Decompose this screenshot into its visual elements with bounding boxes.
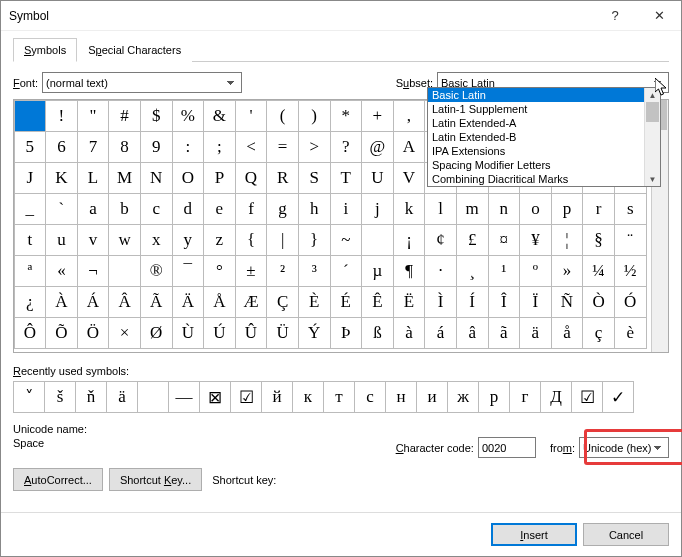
recent-symbol-cell[interactable]: ä [106, 381, 138, 413]
symbol-cell[interactable]: y [172, 224, 205, 256]
symbol-cell[interactable]: , [393, 100, 426, 132]
symbol-cell[interactable]: ¸ [456, 255, 489, 287]
symbol-cell[interactable]: K [45, 162, 78, 194]
recent-symbol-cell[interactable]: и [416, 381, 448, 413]
symbol-cell[interactable]: â [456, 317, 489, 349]
symbol-cell[interactable]: j [361, 193, 394, 225]
subset-option[interactable]: Basic Latin [428, 88, 660, 102]
symbol-cell[interactable]: ³ [298, 255, 331, 287]
symbol-cell[interactable]: Ê [361, 286, 394, 318]
symbol-cell[interactable]: Û [235, 317, 268, 349]
close-button[interactable]: ✕ [637, 1, 681, 30]
tab-special-characters[interactable]: Special Characters [77, 38, 192, 62]
recent-symbol-cell[interactable]: й [261, 381, 293, 413]
symbol-cell[interactable]: $ [140, 100, 173, 132]
symbol-cell[interactable]: d [172, 193, 205, 225]
symbol-cell[interactable]: n [488, 193, 521, 225]
recent-symbol-cell[interactable]: ⊠ [199, 381, 231, 413]
symbol-cell[interactable]: ¹ [488, 255, 521, 287]
symbol-cell[interactable]: P [203, 162, 236, 194]
symbol-cell[interactable]: > [298, 131, 331, 163]
symbol-cell[interactable]: h [298, 193, 331, 225]
symbol-cell[interactable]: t [14, 224, 47, 256]
symbol-cell[interactable]: Í [456, 286, 489, 318]
symbol-cell[interactable] [14, 100, 47, 132]
symbol-cell[interactable]: ± [235, 255, 268, 287]
symbol-cell[interactable]: _ [14, 193, 47, 225]
symbol-cell[interactable]: Ò [582, 286, 615, 318]
symbol-cell[interactable]: @ [361, 131, 394, 163]
symbol-cell[interactable]: A [393, 131, 426, 163]
symbol-cell[interactable]: & [203, 100, 236, 132]
symbol-cell[interactable] [361, 224, 394, 256]
recent-symbol-cell[interactable]: г [509, 381, 541, 413]
symbol-cell[interactable]: Ù [172, 317, 205, 349]
symbol-cell[interactable]: ) [298, 100, 331, 132]
symbol-cell[interactable]: Þ [330, 317, 363, 349]
symbol-cell[interactable]: ç [582, 317, 615, 349]
symbol-cell[interactable]: u [45, 224, 78, 256]
symbol-cell[interactable]: } [298, 224, 331, 256]
autocorrect-button[interactable]: AutoCorrect... [13, 468, 103, 491]
symbol-cell[interactable]: M [108, 162, 141, 194]
subset-option[interactable]: Latin Extended-A [428, 116, 660, 130]
symbol-cell[interactable]: Ñ [551, 286, 584, 318]
symbol-cell[interactable]: ¶ [393, 255, 426, 287]
symbol-cell[interactable]: w [108, 224, 141, 256]
symbol-cell[interactable]: ° [203, 255, 236, 287]
symbol-cell[interactable]: À [45, 286, 78, 318]
symbol-cell[interactable]: ½ [614, 255, 647, 287]
recent-symbol-cell[interactable]: Д [540, 381, 572, 413]
symbol-cell[interactable]: 7 [77, 131, 110, 163]
subset-option[interactable]: Latin-1 Supplement [428, 102, 660, 116]
recent-symbol-cell[interactable]: т [323, 381, 355, 413]
symbol-cell[interactable]: x [140, 224, 173, 256]
symbol-cell[interactable]: V [393, 162, 426, 194]
symbol-cell[interactable]: i [330, 193, 363, 225]
subset-option[interactable]: Spacing Modifier Letters [428, 158, 660, 172]
symbol-cell[interactable]: ­ [108, 255, 141, 287]
symbol-cell[interactable]: ¡ [393, 224, 426, 256]
recent-symbol-cell[interactable]: ☑ [571, 381, 603, 413]
symbol-cell[interactable]: ¯ [172, 255, 205, 287]
symbol-cell[interactable]: e [203, 193, 236, 225]
symbol-cell[interactable]: ¨ [614, 224, 647, 256]
symbol-cell[interactable]: º [519, 255, 552, 287]
symbol-cell[interactable]: Ï [519, 286, 552, 318]
symbol-cell[interactable]: £ [456, 224, 489, 256]
symbol-cell[interactable]: ¬ [77, 255, 110, 287]
charcode-input[interactable] [478, 437, 536, 458]
symbol-cell[interactable]: ¢ [424, 224, 457, 256]
symbol-cell[interactable]: b [108, 193, 141, 225]
symbol-cell[interactable]: ® [140, 255, 173, 287]
symbol-cell[interactable]: Q [235, 162, 268, 194]
symbol-cell[interactable]: l [424, 193, 457, 225]
subset-option[interactable]: Combining Diacritical Marks [428, 172, 660, 186]
symbol-cell[interactable]: J [14, 162, 47, 194]
symbol-cell[interactable]: 6 [45, 131, 78, 163]
symbol-cell[interactable]: ä [519, 317, 552, 349]
symbol-cell[interactable]: m [456, 193, 489, 225]
symbol-cell[interactable]: ; [203, 131, 236, 163]
symbol-cell[interactable]: Ø [140, 317, 173, 349]
symbol-cell[interactable]: Å [203, 286, 236, 318]
symbol-cell[interactable]: Ä [172, 286, 205, 318]
symbol-cell[interactable]: { [235, 224, 268, 256]
symbol-cell[interactable]: " [77, 100, 110, 132]
symbol-cell[interactable]: ~ [330, 224, 363, 256]
symbol-cell[interactable]: » [551, 255, 584, 287]
cancel-button[interactable]: Cancel [583, 523, 669, 546]
symbol-cell[interactable]: Ô [14, 317, 47, 349]
symbol-cell[interactable]: Â [108, 286, 141, 318]
symbol-cell[interactable]: × [108, 317, 141, 349]
symbol-cell[interactable]: R [266, 162, 299, 194]
recent-symbol-cell[interactable]: ゠ [137, 381, 169, 413]
recent-symbol-cell[interactable]: š [44, 381, 76, 413]
symbol-cell[interactable]: à [393, 317, 426, 349]
recent-symbol-cell[interactable]: ň [75, 381, 107, 413]
recent-symbol-cell[interactable]: ˅ [13, 381, 45, 413]
symbol-cell[interactable]: Î [488, 286, 521, 318]
symbol-cell[interactable]: Ë [393, 286, 426, 318]
symbol-cell[interactable]: L [77, 162, 110, 194]
symbol-cell[interactable]: Ö [77, 317, 110, 349]
